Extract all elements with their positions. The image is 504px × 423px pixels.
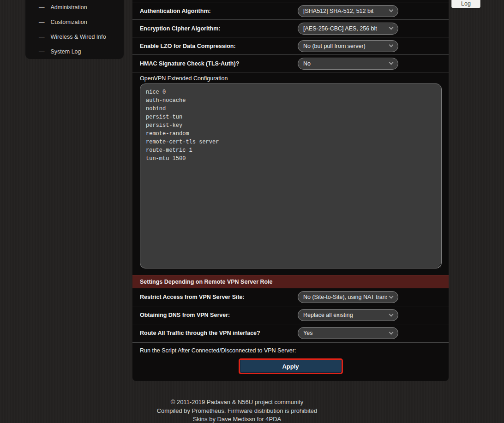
chevron-down-icon bbox=[389, 294, 394, 298]
chevron-down-icon bbox=[389, 60, 394, 65]
footer-line-compiled: Compiled by Prometheus. Firmware distrib… bbox=[0, 407, 474, 416]
chevron-down-icon bbox=[389, 43, 394, 48]
chevron-down-icon bbox=[389, 25, 394, 30]
row-hmac-check: HMAC Signature Check (TLS-Auth)? No bbox=[132, 55, 449, 72]
dash-icon: — bbox=[39, 34, 45, 40]
openvpn-extended-config-textarea[interactable]: nice 0 auth-nocache nobind persist-tun p… bbox=[140, 83, 442, 268]
chevron-down-icon bbox=[389, 312, 394, 316]
footer: © 2011-2019 Padavan & N56U project commu… bbox=[0, 398, 474, 423]
sidebar-item-label: System Log bbox=[51, 48, 81, 55]
select-restrict-access[interactable]: No (Site-to-Site), using NAT trans bbox=[298, 291, 398, 303]
sidebar-item-administration[interactable]: — Administration bbox=[25, 0, 124, 15]
select-encryption-cipher[interactable]: [AES-256-CBC] AES, 256 bit bbox=[298, 23, 398, 35]
dash-icon: — bbox=[39, 48, 45, 55]
sidebar-item-customization[interactable]: — Customization bbox=[25, 15, 124, 30]
row-restrict-access: Restrict Access from VPN Server Site: No… bbox=[132, 288, 449, 306]
select-value: No (but pull from server) bbox=[303, 43, 387, 49]
apply-row: Apply bbox=[132, 358, 449, 377]
sidebar-item-label: Administration bbox=[51, 4, 87, 11]
field-label: Restrict Access from VPN Server Site: bbox=[140, 294, 298, 300]
extended-config-label: OpenVPN Extended Configuration bbox=[140, 75, 449, 83]
openvpn-settings-panel: Authentication Algorithm: [SHA512] SHA-5… bbox=[132, 0, 449, 381]
log-button[interactable]: Log bbox=[451, 0, 480, 8]
row-dns-from-server: Obtaining DNS from VPN Server: Replace a… bbox=[132, 306, 449, 324]
select-value: No (Site-to-Site), using NAT trans bbox=[303, 294, 387, 300]
footer-line-skins: Skins by Dave Medissn for 4PDA bbox=[0, 415, 474, 423]
dash-icon: — bbox=[39, 4, 45, 11]
field-label: Encryption Cipher Algorithm: bbox=[140, 25, 298, 32]
field-label: Obtaining DNS from VPN Server: bbox=[140, 312, 298, 318]
field-label: Authentication Algorithm: bbox=[140, 8, 298, 14]
select-lzo-compression[interactable]: No (but pull from server) bbox=[298, 40, 398, 52]
field-label: Enable LZO for Data Compression: bbox=[140, 43, 298, 49]
select-route-all-traffic[interactable]: Yes bbox=[298, 327, 398, 339]
field-label: Route All Traffic through the VPN interf… bbox=[140, 330, 298, 336]
script-row-label: Run the Script After Connected/Disconnec… bbox=[132, 342, 449, 358]
chevron-down-icon bbox=[389, 330, 394, 334]
select-authentication-algorithm[interactable]: [SHA512] SHA-512, 512 bit bbox=[298, 5, 398, 17]
select-value: [AES-256-CBC] AES, 256 bit bbox=[303, 25, 387, 32]
select-dns-from-server[interactable]: Replace all existing bbox=[298, 309, 398, 321]
sidebar-item-wireless-wired-info[interactable]: — Wireless & Wired Info bbox=[25, 30, 124, 44]
row-encryption-cipher: Encryption Cipher Algorithm: [AES-256-CB… bbox=[132, 20, 449, 37]
section-header-server-role: Settings Depending on Remote VPN Server … bbox=[132, 275, 449, 288]
footer-line-copyright: © 2011-2019 Padavan & N56U project commu… bbox=[0, 398, 474, 407]
select-value: Yes bbox=[303, 330, 387, 336]
field-label: HMAC Signature Check (TLS-Auth)? bbox=[140, 60, 298, 67]
row-lzo-compression: Enable LZO for Data Compression: No (but… bbox=[132, 37, 449, 55]
extended-config-section: OpenVPN Extended Configuration nice 0 au… bbox=[132, 72, 449, 275]
select-hmac-check[interactable]: No bbox=[298, 58, 398, 70]
sidebar-item-system-log[interactable]: — System Log bbox=[25, 44, 124, 59]
dash-icon: — bbox=[39, 19, 45, 25]
row-authentication-algorithm: Authentication Algorithm: [SHA512] SHA-5… bbox=[132, 2, 449, 20]
sidebar: — Administration — Customization — Wirel… bbox=[25, 0, 124, 59]
select-value: Replace all existing bbox=[303, 312, 387, 318]
sidebar-item-label: Wireless & Wired Info bbox=[51, 34, 106, 40]
sidebar-item-label: Customization bbox=[51, 19, 87, 25]
apply-button[interactable]: Apply bbox=[240, 360, 342, 373]
select-value: [SHA512] SHA-512, 512 bit bbox=[303, 8, 387, 14]
chevron-down-icon bbox=[389, 8, 394, 12]
select-value: No bbox=[303, 60, 387, 67]
row-route-all-traffic: Route All Traffic through the VPN interf… bbox=[132, 324, 449, 342]
